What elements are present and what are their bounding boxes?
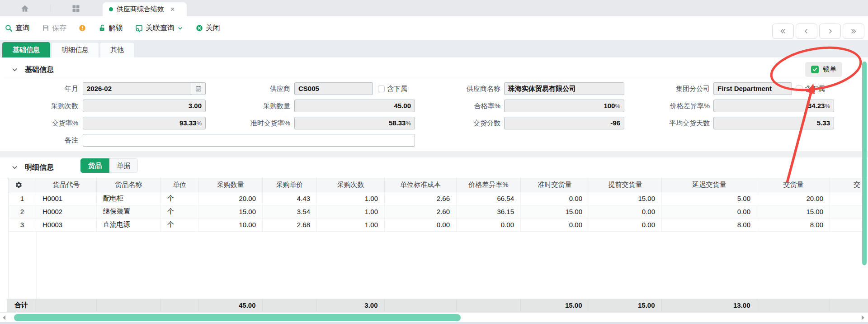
detail-subtabs: 货品 单据 — [80, 158, 138, 173]
chevron-down-icon — [177, 25, 184, 32]
table-cell: 15.00 — [521, 205, 589, 218]
tab-detail-info[interactable]: 明细信息 — [51, 42, 99, 57]
close-button[interactable]: 关闭 — [195, 24, 220, 33]
detail-section-header: 明细信息 货品 单据 — [0, 157, 868, 177]
grid-column-header[interactable]: 延迟交货量 — [662, 178, 757, 192]
table-cell: 0.00 — [457, 218, 521, 231]
totals-cell — [757, 299, 830, 312]
supplier-name-label: 供应商名称 — [416, 82, 500, 95]
table-cell: 2.66 — [385, 192, 457, 205]
table-cell: 0.00 — [521, 192, 589, 205]
delivery-rate-field: 93.33% — [83, 117, 206, 129]
tab-other[interactable]: 其他 — [100, 42, 134, 57]
related-query-button[interactable]: 关联查询 — [135, 24, 184, 33]
table-cell: 15.00 — [757, 205, 830, 218]
horizontal-scrollbar[interactable] — [0, 312, 868, 322]
delivery-rate-label: 交货率% — [9, 117, 78, 129]
table-cell — [830, 205, 863, 218]
table-cell: 20.00 — [757, 192, 830, 205]
grid-column-header[interactable]: 单位 — [161, 178, 198, 192]
table-row[interactable]: 1H0001配电柜个20.004.431.002.6666.540.0015.0… — [9, 192, 863, 205]
nav-prev-button[interactable] — [796, 24, 817, 39]
lock-order-label: 锁单 — [823, 65, 836, 74]
warning-icon — [78, 24, 86, 32]
ontime-delivery-rate-field: 58.33% — [294, 117, 415, 129]
query-button[interactable]: 查询 — [5, 24, 30, 33]
grid-column-header[interactable]: 交货量 — [757, 178, 830, 192]
search-icon — [5, 24, 13, 33]
scroll-left-arrow-icon[interactable] — [1, 314, 7, 321]
apps-grid-icon[interactable] — [71, 4, 81, 14]
purchase-qty-label: 采购数量 — [208, 100, 290, 112]
subtab-documents[interactable]: 单据 — [109, 158, 138, 173]
grid-column-header[interactable]: 货品名称 — [97, 178, 161, 192]
table-cell: 直流电源 — [97, 218, 161, 231]
basic-section-header: 基础信息 锁单 — [0, 57, 868, 78]
table-row[interactable]: 3H0003直流电源个10.002.681.000.000.000.000.00… — [9, 218, 863, 231]
year-month-field[interactable]: 2026-02 — [83, 82, 206, 95]
unlock-button[interactable]: 解锁 — [98, 24, 123, 33]
supplier-name-field: 珠海实体贸易有限公司 — [504, 82, 624, 95]
delivery-score-label: 交货分数 — [416, 117, 500, 129]
lock-order-checkbox[interactable]: 锁单 — [805, 62, 842, 77]
table-cell: 个 — [161, 205, 198, 218]
subtab-goods[interactable]: 货品 — [80, 158, 109, 173]
grid-column-header[interactable]: 采购数量 — [198, 178, 263, 192]
grid-column-header[interactable]: 货品代号 — [36, 178, 97, 192]
totals-cell — [36, 299, 96, 312]
include-subordinate-checkbox-supplier[interactable]: 含下属 — [378, 84, 407, 94]
tab-basic-info[interactable]: 基础信息 — [2, 42, 50, 57]
collapse-chevron-icon[interactable] — [11, 164, 19, 172]
nav-last-button[interactable] — [843, 24, 864, 39]
table-cell: 5.00 — [662, 192, 757, 205]
remark-input[interactable] — [83, 134, 415, 147]
grid-column-header[interactable]: 准时交货量 — [521, 178, 589, 192]
grid-column-header[interactable]: 采购次数 — [317, 178, 385, 192]
related-query-icon — [135, 24, 143, 33]
totals-cell: 3.00 — [316, 299, 384, 312]
grid-totals-row: 合计45.003.0015.0015.0013.00 — [7, 299, 868, 312]
table-row[interactable]: 2H0002继保装置个15.003.541.002.6036.1515.000.… — [9, 205, 863, 218]
grid-column-header[interactable]: 价格差异率% — [457, 178, 521, 192]
unlock-icon — [98, 24, 106, 32]
nav-next-button[interactable] — [819, 24, 841, 39]
basic-section-title: 基础信息 — [25, 65, 54, 75]
table-cell: 个 — [161, 192, 198, 205]
save-button[interactable]: 保存 — [42, 24, 66, 33]
table-cell: 36.15 — [457, 205, 521, 218]
save-icon — [42, 24, 50, 32]
document-tab-active[interactable]: 供应商综合绩效 × — [103, 2, 187, 16]
table-cell: 0.00 — [385, 218, 457, 231]
supplier-field[interactable]: CS005 — [294, 82, 373, 95]
grid-column-header[interactable]: 单位标准成本 — [385, 178, 457, 192]
horizontal-scrollbar-thumb[interactable] — [14, 314, 461, 321]
collapse-chevron-icon[interactable] — [11, 66, 19, 74]
table-cell: 2.60 — [385, 205, 457, 218]
grid-column-header[interactable]: 提前交货量 — [589, 178, 662, 192]
table-cell: 15.00 — [198, 205, 263, 218]
grid-column-header[interactable]: 采购单价 — [263, 178, 317, 192]
include-subordinate-checkbox-branch[interactable]: 含下属 — [796, 84, 825, 94]
tab-close-icon[interactable]: × — [170, 6, 175, 13]
grid-column-header[interactable]: 交 — [830, 178, 863, 192]
grid-empty-area — [8, 232, 863, 299]
nav-first-button[interactable] — [772, 24, 794, 39]
checkbox-unchecked-icon — [378, 86, 385, 92]
vertical-scrollbar-thumb[interactable] — [862, 62, 867, 265]
totals-cell — [830, 299, 868, 312]
avg-delivery-days-field: 5.33 — [713, 117, 834, 129]
totals-cell — [456, 299, 520, 312]
table-cell: 4.43 — [263, 192, 317, 205]
table-cell: 1.00 — [317, 205, 385, 218]
totals-cell — [384, 299, 456, 312]
grid-settings-header[interactable] — [9, 178, 36, 192]
table-cell: H0003 — [36, 218, 97, 231]
home-icon[interactable] — [19, 4, 30, 14]
calendar-icon[interactable] — [191, 83, 205, 95]
purchase-count-label: 采购次数 — [9, 100, 78, 112]
price-diff-rate-label: 价格差异率% — [624, 100, 710, 112]
scroll-right-arrow-icon[interactable] — [860, 314, 866, 321]
table-cell: 10.00 — [198, 218, 263, 231]
table-cell: H0001 — [36, 192, 97, 205]
table-cell: 1.00 — [317, 192, 385, 205]
